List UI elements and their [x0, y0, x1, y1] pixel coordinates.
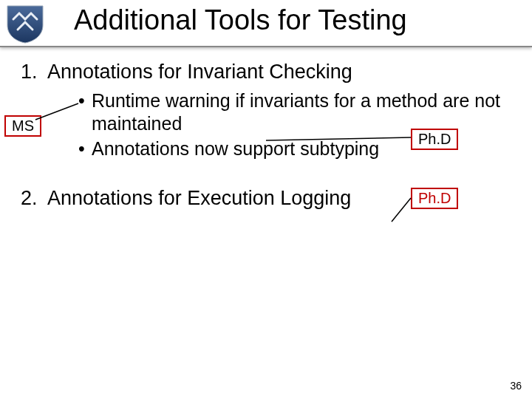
- bullet-dot-icon: •: [78, 137, 92, 160]
- page-title: Additional Tools for Testing: [74, 4, 407, 36]
- section-2-number: 2.: [21, 187, 38, 209]
- slide-header: Additional Tools for Testing: [0, 0, 532, 47]
- bullet-dot-icon: •: [78, 89, 92, 136]
- section-1-title: Annotations for Invariant Checking: [47, 61, 352, 83]
- phd-badge: Ph.D: [411, 129, 458, 150]
- ms-badge: MS: [4, 115, 41, 137]
- section-2-title: Annotations for Execution Logging: [47, 187, 351, 209]
- shield-logo-icon: [4, 3, 46, 44]
- phd-badge: Ph.D: [411, 188, 458, 209]
- section-1-heading: 1. Annotations for Invariant Checking: [21, 61, 511, 83]
- page-number: 36: [510, 380, 522, 392]
- section-1-number: 1.: [21, 61, 38, 83]
